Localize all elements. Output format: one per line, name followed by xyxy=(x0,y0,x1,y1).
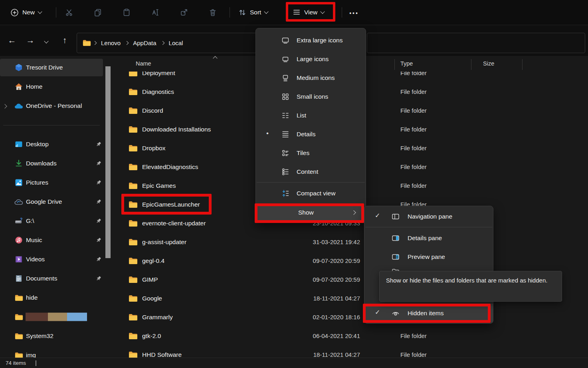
file-name: HHD Software xyxy=(142,351,182,358)
column-divider[interactable] xyxy=(394,59,395,70)
share-icon[interactable] xyxy=(180,8,188,16)
highlight-box-view-button xyxy=(286,2,335,22)
expand-chevron-icon[interactable] xyxy=(3,102,6,109)
folder-icon xyxy=(129,314,138,321)
menu-item-list[interactable]: List xyxy=(256,106,366,125)
up-icon[interactable]: ↑ xyxy=(63,36,67,45)
menu-item-details[interactable]: Details xyxy=(256,125,366,143)
breadcrumb-segment[interactable]: AppData xyxy=(133,40,156,46)
search-box[interactable] xyxy=(367,33,585,53)
menu-item-medium-icons[interactable]: Medium icons xyxy=(256,68,366,87)
sidebar-item-g-drive[interactable]: ? G:\ xyxy=(0,211,114,231)
details-pane-icon xyxy=(391,234,400,242)
file-type: File folder xyxy=(400,145,427,151)
pin-icon xyxy=(96,218,101,224)
tooltip-text: Show or hide the files and folders that … xyxy=(386,277,547,284)
copy-icon[interactable] xyxy=(94,8,102,17)
breadcrumb-segment[interactable]: Lenovo xyxy=(101,40,121,46)
sidebar-item-system32[interactable]: System32 xyxy=(0,326,114,346)
music-icon xyxy=(14,236,23,244)
column-divider[interactable] xyxy=(522,59,523,70)
sort-button[interactable]: Sort xyxy=(238,0,268,25)
rename-icon[interactable] xyxy=(151,8,159,16)
sidebar-item-label: hide xyxy=(26,294,38,301)
menu-separator xyxy=(257,182,365,183)
file-name: Grammarly xyxy=(142,314,173,321)
sidebar-item-music[interactable]: Music xyxy=(0,231,114,250)
date-modified: 09-07-2020 20:59 xyxy=(300,276,360,283)
sidebar-item-google-drive[interactable]: Google Drive xyxy=(0,192,114,211)
sidebar-item-desktop[interactable]: Desktop xyxy=(0,135,114,154)
tooltip: Show or hide the files and folders that … xyxy=(379,271,562,302)
menu-separator xyxy=(365,227,492,227)
sidebar-item-downloads[interactable]: Downloads xyxy=(0,154,114,173)
file-name: gegl-0.4 xyxy=(142,257,164,265)
pin-icon xyxy=(96,276,101,281)
folder-icon xyxy=(129,182,138,189)
svg-text:?: ? xyxy=(20,217,22,222)
large-icons-icon xyxy=(281,55,290,63)
folder-icon xyxy=(129,332,138,340)
content-icon xyxy=(281,168,290,176)
view-menu: Extra large icons Large icons Medium ico… xyxy=(255,28,366,223)
downloads-icon xyxy=(14,159,23,167)
file-type: File folder xyxy=(400,182,427,189)
new-button[interactable]: New xyxy=(10,0,42,25)
cut-icon[interactable] xyxy=(65,8,73,16)
status-separator xyxy=(36,360,36,366)
submenu-item-navigation-pane[interactable]: Navigation pane xyxy=(364,207,493,226)
highlight-box-hidden-items xyxy=(363,304,491,323)
table-row[interactable]: gegl-0.4 09-07-2020 20:59 xyxy=(115,251,588,270)
sidebar-item-redacted[interactable] xyxy=(0,307,114,326)
menu-item-extra-large-icons[interactable]: Extra large icons xyxy=(256,31,366,50)
pin-icon xyxy=(96,237,101,243)
paste-icon[interactable] xyxy=(123,8,131,16)
sort-ascending-chevron-icon xyxy=(213,56,217,60)
column-header-name[interactable]: Name xyxy=(136,60,151,67)
sidebar-scrollbar[interactable] xyxy=(105,66,111,258)
column-header-type[interactable]: Type xyxy=(400,60,413,67)
file-name: g-assist-updater xyxy=(142,239,186,246)
table-row[interactable]: Grammarly 02-01-2020 18:16 xyxy=(115,308,588,326)
menu-item-tiles[interactable]: Tiles xyxy=(256,143,366,162)
tresorit-icon xyxy=(14,64,23,72)
column-header-size[interactable]: Size xyxy=(483,60,494,67)
sidebar-item-videos[interactable]: Videos xyxy=(0,250,114,269)
navigation-pane: Tresorit Drive Home OneDrive - Personal … xyxy=(0,58,114,368)
sidebar-item-tresorit-drive[interactable]: Tresorit Drive xyxy=(0,58,114,77)
folder-icon xyxy=(129,239,138,246)
see-more-ellipsis-icon[interactable] xyxy=(349,10,359,17)
breadcrumb-segment[interactable]: Local xyxy=(169,40,183,46)
pin-icon xyxy=(96,161,101,166)
history-chevron-icon[interactable] xyxy=(45,37,48,44)
sidebar-item-home[interactable]: Home xyxy=(0,77,114,96)
extra-large-icons-icon xyxy=(281,36,290,44)
delete-icon[interactable] xyxy=(209,8,217,16)
back-icon[interactable]: ← xyxy=(8,36,16,45)
forward-icon[interactable]: → xyxy=(26,36,35,45)
table-row[interactable]: gtk-2.0 06-04-2021 20:41 File folder xyxy=(115,326,588,345)
date-modified: 02-01-2020 18:16 xyxy=(300,314,360,320)
medium-icons-icon xyxy=(281,74,290,82)
date-modified: 06-04-2021 20:41 xyxy=(300,332,360,339)
sort-arrows-icon xyxy=(238,8,246,16)
file-type: File folder xyxy=(400,107,427,114)
sidebar-item-hide[interactable]: hide xyxy=(0,288,114,307)
menu-item-large-icons[interactable]: Large icons xyxy=(256,50,366,68)
table-row[interactable]: g-assist-updater 31-03-2021 19:42 xyxy=(115,233,588,251)
table-row[interactable]: HHD Software 18-11-2021 04:27 File folde… xyxy=(115,345,588,358)
google-drive-icon xyxy=(14,199,23,205)
sidebar-item-onedrive[interactable]: OneDrive - Personal xyxy=(0,96,114,115)
menu-item-compact-view[interactable]: Compact view xyxy=(256,184,366,203)
pin-icon xyxy=(96,180,101,185)
sort-button-label: Sort xyxy=(250,9,261,16)
submenu-item-details-pane[interactable]: Details pane xyxy=(364,229,493,247)
submenu-item-preview-pane[interactable]: Preview pane xyxy=(364,247,493,266)
sidebar-item-documents[interactable]: Documents xyxy=(0,269,114,288)
menu-item-content[interactable]: Content xyxy=(256,162,366,181)
menu-item-small-icons[interactable]: Small icons xyxy=(256,87,366,106)
details-icon xyxy=(281,130,290,138)
column-divider[interactable] xyxy=(471,59,471,70)
folder-icon xyxy=(129,145,138,152)
sidebar-item-pictures[interactable]: Pictures xyxy=(0,173,114,192)
